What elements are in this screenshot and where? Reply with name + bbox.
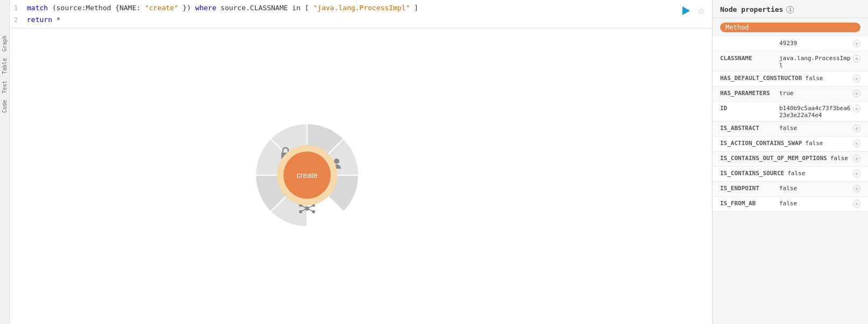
code-content-2: return * bbox=[27, 14, 61, 26]
panel-header: Node properties i bbox=[713, 0, 868, 18]
property-row: IS_CONTAINS_SOURCE false ⊙ bbox=[713, 167, 868, 182]
properties-table: 49239 ⊙ CLASSNAME java.lang.ProcessImpl … bbox=[713, 37, 868, 212]
main-area: 1 match (source:Method {NAME: "create" }… bbox=[10, 0, 712, 324]
property-row: ID b140b9c5aa4c73f3bea623e3e22a74e4 ⊙ bbox=[713, 102, 868, 121]
property-row: HAS_DEFAULT_CONSTRUCTOR false ⊙ bbox=[713, 71, 868, 87]
code-content-1: match (source:Method {NAME: "create" }) … bbox=[27, 2, 418, 14]
property-value: false bbox=[805, 139, 851, 147]
code-editor[interactable]: 1 match (source:Method {NAME: "create" }… bbox=[10, 0, 712, 28]
property-row: HAS_PARAMETERS true ⊙ bbox=[713, 87, 868, 102]
code-text-4: ] bbox=[414, 4, 418, 12]
line-number-2: 2 bbox=[14, 14, 23, 26]
property-copy-icon[interactable]: ⊙ bbox=[853, 75, 860, 82]
line-number-1: 1 bbox=[14, 2, 23, 14]
property-row: IS_ENDPOINT false ⊙ bbox=[713, 182, 868, 197]
property-key: IS_CONTAINS_OUT_OF_MEM_OPTIONS bbox=[720, 154, 830, 162]
property-row: IS_ABSTRACT false ⊙ bbox=[713, 121, 868, 136]
code-line-2: 2 return * bbox=[10, 14, 712, 26]
star-icon: ☆ bbox=[698, 6, 705, 16]
property-key: IS_ENDPOINT bbox=[720, 184, 779, 192]
node-svg: create bbox=[248, 116, 366, 234]
run-icon bbox=[682, 6, 690, 15]
property-value: true bbox=[779, 89, 851, 97]
property-value: false bbox=[779, 184, 851, 192]
property-value: false bbox=[830, 154, 851, 162]
info-icon[interactable]: i bbox=[786, 6, 794, 13]
property-copy-icon[interactable]: ⊙ bbox=[853, 155, 860, 162]
property-value: java.lang.ProcessImpl bbox=[779, 54, 851, 69]
code-text-2: }) bbox=[183, 4, 195, 12]
property-key: IS_CONTAINS_SOURCE bbox=[720, 169, 787, 177]
code-text-3: source.CLASSNAME in [ bbox=[220, 4, 309, 12]
property-value: b140b9c5aa4c73f3bea623e3e22a74e4 bbox=[779, 104, 851, 119]
keyword-return: return bbox=[27, 16, 52, 24]
sidebar-tab-graph[interactable]: Graph bbox=[1, 32, 9, 55]
favorite-button[interactable]: ☆ bbox=[695, 4, 708, 17]
code-line-1: 1 match (source:Method {NAME: "create" }… bbox=[10, 2, 712, 14]
node-label-badge[interactable]: Method bbox=[720, 23, 860, 32]
property-value: false bbox=[787, 169, 851, 177]
property-key bbox=[720, 39, 779, 40]
property-copy-icon[interactable]: ⊙ bbox=[853, 55, 860, 62]
run-button[interactable] bbox=[680, 4, 693, 17]
keyword-where: where bbox=[195, 4, 216, 12]
sidebar-tab-text[interactable]: Text bbox=[1, 77, 9, 97]
left-sidebar: Graph Table Text Code bbox=[0, 0, 10, 324]
property-copy-icon[interactable]: ⊙ bbox=[853, 105, 860, 112]
property-key: ID bbox=[720, 104, 779, 112]
string-create: "create" bbox=[145, 4, 179, 12]
node-label: create bbox=[297, 171, 318, 179]
property-value: false bbox=[779, 199, 851, 207]
property-copy-icon[interactable]: ⊙ bbox=[853, 40, 860, 47]
panel-title: Node properties bbox=[720, 5, 783, 13]
property-value: false bbox=[779, 124, 851, 132]
property-key: CLASSNAME bbox=[720, 54, 779, 62]
right-panel: Node properties i Method 49239 ⊙ CLASSNA… bbox=[712, 0, 868, 324]
property-key: HAS_DEFAULT_CONSTRUCTOR bbox=[720, 74, 805, 82]
property-key: IS_FROM_AB bbox=[720, 199, 779, 207]
code-text: (source:Method {NAME: bbox=[52, 4, 145, 12]
property-row: 49239 ⊙ bbox=[713, 37, 868, 52]
code-text-5: * bbox=[56, 16, 61, 24]
node-visualization: create bbox=[248, 116, 366, 236]
property-copy-icon[interactable]: ⊙ bbox=[853, 90, 860, 97]
property-copy-icon[interactable]: ⊙ bbox=[853, 140, 860, 147]
graph-area: create bbox=[10, 28, 712, 324]
property-copy-icon[interactable]: ⊙ bbox=[853, 125, 860, 132]
property-value: 49239 bbox=[779, 39, 851, 47]
property-copy-icon[interactable]: ⊙ bbox=[853, 200, 860, 207]
property-copy-icon[interactable]: ⊙ bbox=[853, 185, 860, 192]
svg-point-1 bbox=[334, 159, 339, 164]
sidebar-tab-code[interactable]: Code bbox=[1, 97, 9, 116]
property-row: IS_ACTION_CONTAINS_SWAP false ⊙ bbox=[713, 136, 868, 152]
keyword-match: match bbox=[27, 4, 48, 12]
property-key: IS_ACTION_CONTAINS_SWAP bbox=[720, 139, 805, 147]
string-classname: "java.lang.ProcessImpl" bbox=[313, 4, 410, 12]
property-key: HAS_PARAMETERS bbox=[720, 89, 779, 97]
property-row: IS_CONTAINS_OUT_OF_MEM_OPTIONS false ⊙ bbox=[713, 152, 868, 167]
property-row: IS_FROM_AB false ⊙ bbox=[713, 197, 868, 212]
property-key: IS_ABSTRACT bbox=[720, 124, 779, 132]
property-copy-icon[interactable]: ⊙ bbox=[853, 170, 860, 177]
sidebar-tab-table[interactable]: Table bbox=[1, 55, 9, 77]
property-value: false bbox=[805, 74, 851, 82]
property-row: CLASSNAME java.lang.ProcessImpl ⊙ bbox=[713, 52, 868, 71]
